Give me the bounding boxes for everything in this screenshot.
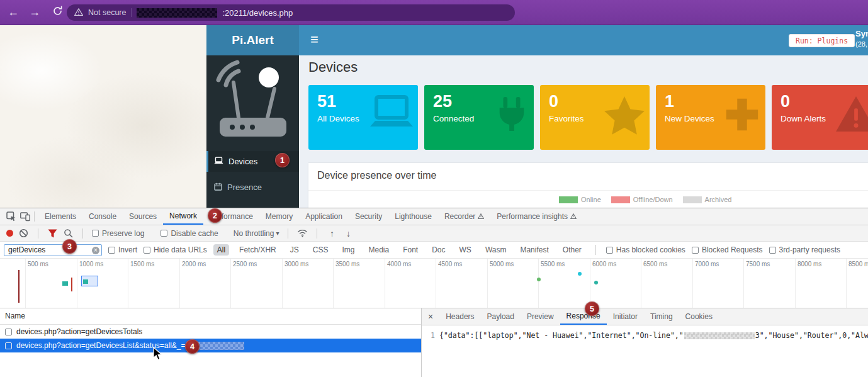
filter-pill-css[interactable]: CSS [309, 244, 332, 256]
sidebar-item-presence[interactable]: Presence [206, 177, 299, 198]
search-icon[interactable] [63, 228, 74, 239]
tab-console[interactable]: Console [82, 208, 123, 225]
filter-pill-media[interactable]: Media [364, 244, 393, 256]
sidebar-toggle-icon[interactable]: ≡ [310, 31, 318, 48]
blocked-requests-checkbox[interactable]: Blocked Requests [692, 245, 763, 254]
inspect-element-icon[interactable] [6, 211, 16, 222]
export-har-icon[interactable]: ↓ [342, 228, 354, 239]
preserve-log-checkbox[interactable]: Preserve log [92, 229, 144, 238]
tab-memory[interactable]: Memory [259, 208, 299, 225]
device-toolbar-icon[interactable] [20, 211, 30, 222]
stat-card-favorites[interactable]: 0 Favorites [540, 85, 650, 150]
network-filter-input[interactable]: getDevices × [4, 244, 102, 256]
response-body[interactable]: 1 {"data":[["laptop","Net - Huawei","Int… [422, 325, 868, 340]
app-logo[interactable]: Pi.Alert [206, 25, 299, 55]
request-row-selected[interactable]: devices.php?action=getDevicesList&status… [0, 339, 421, 352]
checkbox[interactable] [769, 247, 776, 254]
close-icon[interactable]: × [422, 308, 439, 325]
address-bar[interactable]: Not secure :20211/devices.php [67, 4, 515, 21]
filter-pill-js[interactable]: JS [286, 244, 303, 256]
stat-card-all-devices[interactable]: 51 All Devices [308, 85, 418, 150]
checkbox[interactable] [161, 230, 167, 237]
row-checkbox[interactable] [5, 342, 12, 349]
timeline-mark [83, 279, 88, 284]
tab-preview[interactable]: Preview [521, 308, 560, 325]
sidebar-item-label: Devices [228, 157, 257, 166]
tab-cookies[interactable]: Cookies [679, 308, 719, 325]
timeline-mark [18, 270, 20, 303]
warning-icon [835, 95, 868, 135]
clear-filter-icon[interactable]: × [92, 247, 99, 254]
filter-pill-all[interactable]: All [213, 244, 229, 256]
checkbox-label: Preserve log [102, 229, 144, 238]
timeline-dot [594, 281, 598, 284]
hide-data-urls-checkbox[interactable]: Hide data URLs [144, 245, 207, 254]
tab-application[interactable]: Application [299, 208, 349, 225]
divider [34, 211, 35, 222]
timeline-mark [62, 281, 68, 286]
url-text: :20211/devices.php [222, 8, 293, 18]
filter-pill-img[interactable]: Img [338, 244, 358, 256]
row-checkbox[interactable] [5, 329, 12, 335]
tab-headers[interactable]: Headers [439, 308, 480, 325]
tab-initiator[interactable]: Initiator [607, 308, 644, 325]
tab-sources[interactable]: Sources [123, 208, 163, 225]
legend-swatch [559, 196, 578, 203]
import-har-icon[interactable]: ↑ [326, 228, 337, 239]
request-row[interactable]: devices.php?action=getDevicesTotals [0, 325, 421, 339]
tab-timing[interactable]: Timing [644, 308, 679, 325]
checkbox[interactable] [692, 247, 699, 254]
checkbox[interactable] [92, 230, 99, 237]
column-header-name[interactable]: Name [0, 308, 421, 325]
redacted-value [684, 332, 755, 339]
step-badge-4: 4 [185, 339, 200, 354]
timeline-tick: 3500 ms [335, 261, 359, 267]
checkbox[interactable] [144, 247, 150, 254]
filter-pill-manifest[interactable]: Manifest [516, 244, 552, 256]
stat-card-down-alerts[interactable]: 0 Down Alerts [772, 85, 868, 150]
tab-network[interactable]: Network [163, 208, 203, 225]
filter-pill-other[interactable]: Other [559, 244, 585, 256]
timeline-tick: 5500 ms [541, 261, 565, 267]
has-blocked-cookies-checkbox[interactable]: Has blocked cookies [606, 245, 685, 254]
filter-pill-font[interactable]: Font [399, 244, 422, 256]
network-conditions-icon[interactable] [297, 228, 308, 239]
tab-elements[interactable]: Elements [38, 208, 82, 225]
forward-icon[interactable]: → [26, 6, 43, 19]
clear-icon[interactable] [18, 228, 29, 239]
disable-cache-checkbox[interactable]: Disable cache [161, 229, 218, 238]
stat-card-connected[interactable]: 25 Connected [424, 85, 534, 150]
tab-performance-insights[interactable]: Performance insights [490, 208, 583, 225]
refresh-icon[interactable] [49, 6, 65, 20]
filter-pill-fetch-xhr[interactable]: Fetch/XHR [235, 244, 280, 256]
filter-pill-wasm[interactable]: Wasm [482, 244, 510, 256]
throttling-select[interactable]: No throttling ▾ [234, 229, 279, 238]
checkbox[interactable] [606, 247, 613, 254]
network-overview-timeline[interactable]: 500 ms 1000 ms 1500 ms 2000 ms 2500 ms 3… [0, 259, 868, 308]
requests-table: Name devices.php?action=getDevicesTotals… [0, 308, 422, 377]
stat-card-new-devices[interactable]: 1 New Devices [656, 85, 765, 150]
checkbox[interactable] [108, 247, 115, 254]
line-number: 1 [422, 331, 439, 340]
timeline-tick: 500 ms [28, 261, 48, 267]
tab-security[interactable]: Security [349, 208, 388, 225]
tab-recorder[interactable]: Recorder [438, 208, 490, 225]
timeline-tick: 2500 ms [233, 261, 257, 267]
presence-panel: Device presence over time Online Offline… [308, 162, 868, 208]
checkbox-label: Has blocked cookies [616, 245, 685, 254]
stat-cards-row: 51 All Devices 25 Connected 0 Favorites [308, 85, 868, 150]
devtools-panel: Elements Console Sources Network Perform… [0, 208, 868, 377]
tab-response[interactable]: Response [560, 308, 607, 325]
record-button[interactable] [6, 230, 13, 237]
tab-payload[interactable]: Payload [481, 308, 521, 325]
filter-icon[interactable] [47, 228, 58, 239]
invert-checkbox[interactable]: Invert [108, 245, 137, 254]
filter-pill-ws[interactable]: WS [456, 244, 475, 256]
back-icon[interactable]: ← [5, 6, 21, 19]
timeline-mark [71, 278, 72, 291]
browser-toolbar: ← → Not secure :20211/devices.php [0, 0, 868, 25]
run-plugins-button[interactable]: Run: Plugins [789, 34, 855, 47]
third-party-requests-checkbox[interactable]: 3rd-party requests [769, 245, 840, 254]
tab-lighthouse[interactable]: Lighthouse [388, 208, 438, 225]
filter-pill-doc[interactable]: Doc [428, 244, 449, 256]
